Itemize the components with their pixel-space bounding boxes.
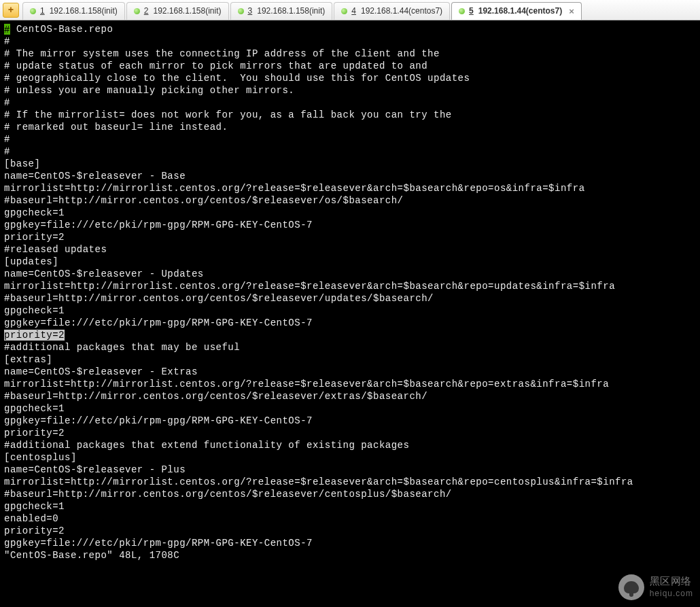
plus-icon: + — [8, 5, 14, 16]
terminal-line: name=CentOS-$releasever - Plus — [0, 464, 700, 476]
terminal-line: # — [0, 133, 700, 145]
terminal-line: # — [0, 145, 700, 158]
tab-session-1[interactable]: 1 192.168.1.158(init) — [22, 2, 125, 20]
terminal-line: name=CentOS-$releasever - Extras — [0, 366, 700, 378]
terminal-line: priority=2 — [0, 427, 700, 439]
terminal-line: #baseurl=http://mirror.centos.org/centos… — [0, 390, 700, 402]
terminal-line: #additional packages that extend functio… — [0, 439, 700, 451]
status-dot-icon — [459, 8, 465, 14]
terminal-line: # The mirror system uses the connecting … — [0, 48, 700, 60]
terminal-line: mirrorlist=http://mirrorlist.centos.org/… — [0, 280, 700, 292]
tab-label: 192.168.1.44(centos7) — [361, 6, 442, 16]
terminal-line: # remarked out baseurl= line instead. — [0, 121, 700, 133]
terminal-line: priority=2 — [0, 231, 700, 243]
watermark-text: 黑区网络 heiqu.com — [650, 575, 693, 600]
terminal-line: priority=2 — [0, 329, 700, 341]
terminal-line: gpgcheck=1 — [0, 402, 700, 415]
tab-number: 4 — [351, 6, 356, 16]
tab-session-2[interactable]: 2 192.168.1.158(init) — [126, 2, 229, 20]
terminal-line: # unless you are manually picking other … — [0, 84, 700, 97]
watermark-icon — [618, 574, 644, 600]
terminal-line: # CentOS-Base.repo — [0, 23, 700, 35]
terminal-line: gpgkey=file:///etc/pki/rpm-gpg/RPM-GPG-K… — [0, 537, 700, 549]
terminal-line: #baseurl=http://mirror.centos.org/centos… — [0, 194, 700, 207]
terminal-line: #baseurl=http://mirror.centos.org/centos… — [0, 488, 700, 500]
terminal-line: gpgcheck=1 — [0, 207, 700, 219]
terminal-line: #released updates — [0, 243, 700, 256]
terminal-line: mirrorlist=http://mirrorlist.centos.org/… — [0, 378, 700, 390]
watermark: 黑区网络 heiqu.com — [618, 574, 693, 600]
terminal-line: [base] — [0, 158, 700, 170]
terminal-line: [centosplus] — [0, 451, 700, 464]
tab-session-4[interactable]: 4 192.168.1.44(centos7) — [334, 2, 450, 20]
terminal-line: gpgkey=file:///etc/pki/rpm-gpg/RPM-GPG-K… — [0, 415, 700, 427]
terminal-line: mirrorlist=http://mirrorlist.centos.org/… — [0, 182, 700, 194]
terminal-line: [updates] — [0, 256, 700, 268]
add-tab-button[interactable]: + — [3, 3, 19, 18]
tab-label: 192.168.1.158(init) — [50, 6, 118, 16]
terminal-line: # — [0, 97, 700, 109]
watermark-subtitle: heiqu.com — [650, 587, 693, 600]
terminal-line: gpgcheck=1 — [0, 305, 700, 317]
tab-session-5[interactable]: 5 192.168.1.44(centos7)× — [451, 2, 582, 20]
tab-number: 3 — [248, 6, 253, 16]
terminal-line: # — [0, 35, 700, 48]
terminal-line: # update status of each mirror to pick m… — [0, 60, 700, 72]
tab-number: 2 — [144, 6, 149, 16]
close-icon[interactable]: × — [569, 6, 574, 16]
tab-number: 1 — [40, 6, 45, 16]
terminal-line: # geographically close to the client. Yo… — [0, 72, 700, 84]
terminal-line: name=CentOS-$releasever - Updates — [0, 268, 700, 280]
terminal-line: "CentOS-Base.repo" 48L, 1708C — [0, 549, 700, 561]
tab-bar: + 1 192.168.1.158(init)2 192.168.1.158(i… — [0, 0, 700, 20]
cursor-icon: # — [4, 24, 10, 35]
status-dot-icon — [238, 8, 244, 14]
terminal-line: gpgcheck=1 — [0, 500, 700, 513]
status-dot-icon — [341, 8, 347, 14]
terminal-line: name=CentOS-$releasever - Base — [0, 170, 700, 182]
tab-label: 192.168.1.158(init) — [153, 6, 221, 16]
terminal-line: #additional packages that may be useful — [0, 341, 700, 353]
status-dot-icon — [134, 8, 140, 14]
tab-session-3[interactable]: 3 192.168.1.158(init) — [230, 2, 333, 20]
terminal-line: priority=2 — [0, 525, 700, 537]
tab-number: 5 — [469, 6, 474, 16]
terminal-line: gpgkey=file:///etc/pki/rpm-gpg/RPM-GPG-K… — [0, 219, 700, 231]
terminal[interactable]: # CentOS-Base.repo## The mirror system u… — [0, 20, 700, 607]
terminal-line: gpgkey=file:///etc/pki/rpm-gpg/RPM-GPG-K… — [0, 317, 700, 329]
terminal-line: mirrorlist=http://mirrorlist.centos.org/… — [0, 476, 700, 488]
tab-label: 192.168.1.158(init) — [257, 6, 325, 16]
terminal-line: # If the mirrorlist= does not work for y… — [0, 109, 700, 121]
tab-label: 192.168.1.44(centos7) — [478, 6, 562, 16]
terminal-line: enabled=0 — [0, 513, 700, 525]
terminal-line: #baseurl=http://mirror.centos.org/centos… — [0, 292, 700, 305]
watermark-title: 黑区网络 — [650, 575, 693, 587]
status-dot-icon — [30, 8, 36, 14]
terminal-line: [extras] — [0, 353, 700, 366]
